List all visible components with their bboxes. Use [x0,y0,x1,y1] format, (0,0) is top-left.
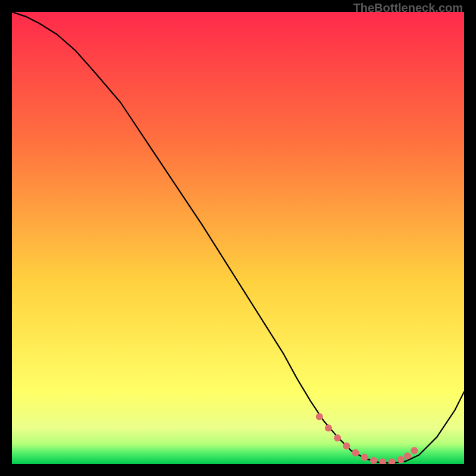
sweet-spot-marker [397,456,405,463]
sweet-spot-marker [325,424,332,431]
sweet-spot-marker [334,434,341,441]
gradient-background [12,12,464,464]
chart-svg [12,12,464,464]
chart-frame [12,12,464,464]
watermark-text: TheBottleneck.com [353,1,463,15]
sweet-spot-marker [411,447,418,454]
sweet-spot-marker [404,452,411,459]
sweet-spot-marker [361,454,368,461]
sweet-spot-marker [316,413,323,420]
sweet-spot-marker [370,457,377,464]
sweet-spot-marker [352,449,359,456]
sweet-spot-marker [343,443,350,450]
